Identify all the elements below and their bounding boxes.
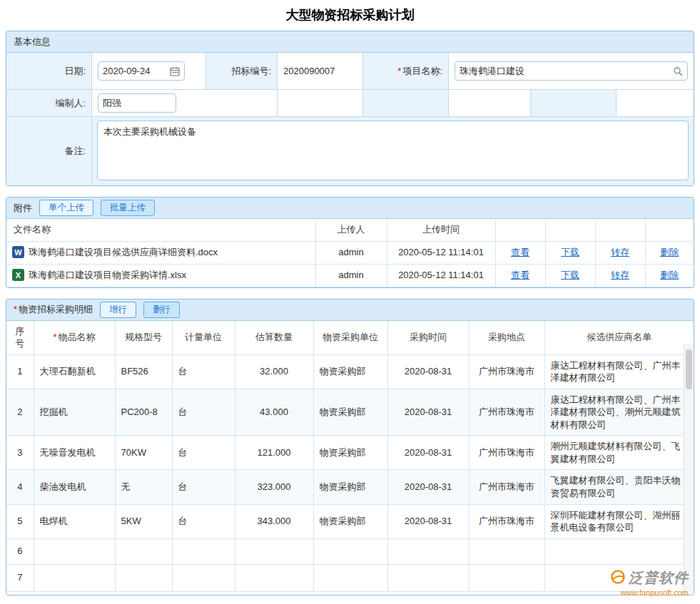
cell-time[interactable]: 2020-08-31 [387, 354, 469, 389]
empty-cell [531, 90, 617, 116]
cell-qty[interactable]: 32.000 [235, 354, 313, 389]
empty-cell [363, 90, 449, 116]
cell-suppliers[interactable]: 深圳环能建材有限公司、湖州丽景机电设备有限公司 [544, 504, 694, 538]
cell-time[interactable]: 2020-08-31 [387, 389, 469, 436]
cell-qty[interactable]: 343.000 [235, 504, 313, 538]
cell-spec[interactable]: PC200-8 [115, 389, 172, 436]
cell-place[interactable]: 广州市珠海市 [469, 470, 544, 504]
cell-suppliers[interactable] [544, 564, 694, 591]
cell-qty[interactable]: 43.000 [235, 389, 313, 436]
cell-qty[interactable]: 121.000 [235, 436, 313, 470]
cell-no: 1 [6, 354, 34, 389]
transfer-link[interactable]: 转存 [611, 270, 629, 280]
cell-place[interactable]: 广州市珠海市 [469, 504, 544, 538]
cell-place[interactable] [469, 564, 544, 591]
cell-item-name[interactable]: 无噪音发电机 [34, 436, 115, 470]
batch-upload-button[interactable]: 批量上传 [101, 200, 155, 216]
cell-qty[interactable] [235, 538, 313, 564]
view-link[interactable]: 查看 [511, 247, 529, 257]
cell-qty[interactable]: 323.000 [235, 470, 313, 504]
col-item-name: *物品名称 [34, 321, 115, 355]
cell-dept[interactable]: 物资采购部 [313, 389, 387, 436]
project-name-label: 项目名称: [402, 65, 442, 78]
basic-info-title: 基本信息 [14, 36, 51, 48]
scrollbar-thumb[interactable] [686, 349, 692, 389]
cell-dept[interactable]: 物资采购部 [313, 470, 387, 504]
cell-suppliers[interactable] [544, 538, 694, 564]
section-detail: *物资招标采购明细 增行 删行 序号 *物品名称 规格型号 计量单位 估算数量 … [6, 299, 694, 595]
cell-unit[interactable]: 台 [172, 354, 235, 389]
cell-dept[interactable]: 物资采购部 [313, 504, 387, 538]
cell-dept[interactable]: 物资采购部 [313, 436, 387, 470]
cell-time[interactable] [387, 538, 469, 564]
search-icon[interactable] [673, 66, 683, 76]
col-suppliers: 候选供应商名单 [544, 321, 694, 355]
cell-qty[interactable] [235, 564, 313, 591]
transfer-link[interactable]: 转存 [611, 247, 629, 257]
remark-cell: 本次主要采购机械设备 [92, 117, 694, 185]
word-file-icon: W [12, 246, 24, 258]
col-action [595, 219, 645, 241]
project-name-input[interactable] [460, 66, 670, 76]
calendar-icon[interactable] [170, 66, 180, 76]
cell-spec[interactable]: 5KW [115, 504, 172, 538]
cell-place[interactable]: 广州市珠海市 [469, 389, 544, 436]
cell-suppliers[interactable]: 康达工程材料有限公司、广州丰泽建材有限公司 [544, 354, 694, 389]
cell-item-name[interactable] [34, 538, 115, 564]
file-name: 珠海鹤港口建设项目物资采购详情.xlsx [29, 269, 186, 282]
col-no: 序号 [6, 321, 34, 355]
cell-item-name[interactable]: 电焊机 [34, 504, 115, 538]
detail-title-wrap: *物资招标采购明细 [14, 303, 93, 316]
col-upload-time: 上传时间 [387, 219, 495, 241]
cell-dept[interactable] [313, 564, 387, 591]
download-link[interactable]: 下载 [561, 270, 579, 280]
compiler-input[interactable] [103, 98, 171, 108]
cell-time[interactable]: 2020-08-31 [387, 436, 469, 470]
cell-suppliers[interactable]: 康达工程材料有限公司、广州丰泽建材有限公司、潮州元顺建筑材料有限公司 [544, 389, 694, 436]
cell-unit[interactable]: 台 [172, 470, 235, 504]
required-mark: * [14, 304, 17, 314]
date-input-box [98, 61, 185, 81]
scrollbar[interactable] [684, 344, 694, 595]
cell-unit[interactable] [172, 564, 235, 591]
delete-row-button[interactable]: 删行 [143, 302, 180, 318]
cell-time[interactable]: 2020-08-31 [387, 470, 469, 504]
cell-item-name[interactable]: 大理石翻新机 [34, 354, 115, 389]
cell-item-name[interactable]: 柴油发电机 [34, 470, 115, 504]
cell-place[interactable]: 广州市珠海市 [469, 354, 544, 389]
cell-time[interactable] [387, 564, 469, 591]
detail-table-wrap: 序号 *物品名称 规格型号 计量单位 估算数量 物资采购单位 采购时间 采购地点… [6, 321, 694, 595]
cell-spec[interactable] [115, 538, 172, 564]
date-input[interactable] [103, 66, 167, 76]
cell-place[interactable]: 广州市珠海市 [469, 436, 544, 470]
basic-info-header: 基本信息 [6, 31, 694, 53]
cell-unit[interactable] [172, 538, 235, 564]
cell-spec[interactable]: 无 [115, 470, 172, 504]
upload-time: 2020-05-12 11:14:01 [387, 264, 495, 287]
cell-unit[interactable]: 台 [172, 436, 235, 470]
basic-info-row-2: 编制人: [6, 90, 694, 117]
cell-dept[interactable]: 物资采购部 [313, 354, 387, 389]
cell-time[interactable]: 2020-08-31 [387, 504, 469, 538]
cell-item-name[interactable]: 挖掘机 [34, 389, 115, 436]
single-upload-button[interactable]: 单个上传 [39, 200, 93, 216]
add-row-button[interactable]: 增行 [100, 302, 136, 318]
cell-unit[interactable]: 台 [172, 504, 235, 538]
cell-no: 2 [6, 389, 34, 436]
col-qty: 估算数量 [235, 321, 313, 355]
cell-unit[interactable]: 台 [172, 389, 235, 436]
cell-item-name[interactable] [34, 564, 115, 591]
cell-suppliers[interactable]: 潮州元顺建筑材料有限公司、飞翼建材有限公司 [544, 436, 694, 470]
cell-dept[interactable] [313, 538, 387, 564]
cell-spec[interactable]: 70KW [115, 436, 172, 470]
delete-link[interactable]: 删除 [660, 247, 679, 257]
cell-place[interactable] [469, 538, 544, 564]
cell-spec[interactable]: BF526 [115, 354, 172, 389]
cell-spec[interactable] [115, 564, 172, 591]
download-link[interactable]: 下载 [561, 247, 579, 257]
remark-textarea[interactable]: 本次主要采购机械设备 [97, 121, 689, 180]
delete-link[interactable]: 删除 [660, 270, 679, 280]
view-link[interactable]: 查看 [511, 270, 529, 280]
detail-row: 4 柴油发电机 无 台 323.000 物资采购部 2020-08-31 广州市… [6, 470, 694, 504]
cell-suppliers[interactable]: 飞翼建材有限公司、贵阳丰沃物资贸易有限公司 [544, 470, 694, 504]
